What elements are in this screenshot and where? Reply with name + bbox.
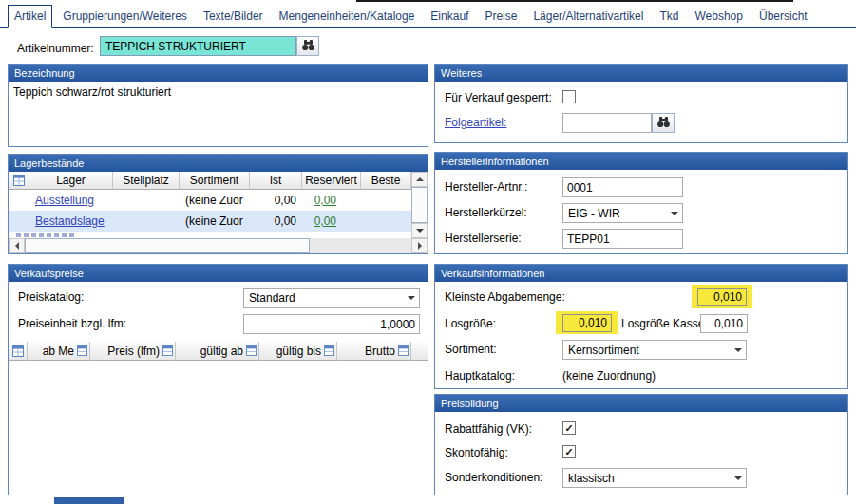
preisbildung-panel-title: Preisbildung [435, 395, 847, 412]
weiteres-panel-title: Weiteres [435, 65, 847, 82]
rabattfaehig-label: Rabattfähig (VK): [445, 422, 532, 436]
column-header-ab-menge[interactable]: ab Me [28, 342, 90, 361]
clipped-stock-row[interactable] [9, 232, 411, 238]
horizontal-scroll-thumb[interactable] [25, 238, 310, 253]
warehouse-link[interactable]: Bestandslage [35, 215, 105, 228]
stock-row[interactable]: Ausstellung (keine Zuor 0,00 0,00 [9, 190, 411, 211]
arrow-left-icon [15, 242, 19, 250]
losgroesse-kasse-input[interactable] [700, 314, 748, 333]
chevron-down-icon[interactable] [731, 341, 746, 359]
column-menu-icon[interactable] [162, 345, 173, 356]
column-header-lager[interactable]: Lager [29, 172, 113, 190]
sortiment-label: Sortiment: [445, 343, 497, 356]
preisbildung-panel: Preisbildung Rabattfähig (VK): ✓ Skontof… [434, 394, 848, 495]
scroll-right-button[interactable] [411, 238, 428, 253]
stock-row[interactable]: Bestandslage (keine Zuor 0,00 0,00 [9, 211, 411, 232]
scroll-left-button[interactable] [9, 238, 25, 253]
tab-laeger-alternativartikel[interactable]: Läger/Alternativartikel [527, 6, 649, 27]
tab-tkd[interactable]: Tkd [654, 6, 684, 27]
tab-preise[interactable]: Preise [479, 6, 523, 27]
tab-mengeneinheiten-kataloge[interactable]: Mengeneinheiten/Kataloge [274, 6, 421, 27]
lagerbestaende-panel: Lagerbestände Lager Stellplatz Sortiment… [8, 154, 428, 254]
column-header-gueltig-bis[interactable]: gültig bis [259, 342, 337, 361]
cell-beste [361, 190, 411, 211]
column-header-sortiment[interactable]: Sortiment [180, 172, 250, 190]
tab-einkauf[interactable]: Einkauf [425, 6, 474, 27]
vertical-scroll-thumb[interactable] [411, 187, 428, 223]
stock-grid-vertical-scrollbar[interactable] [411, 172, 428, 238]
arrow-right-icon [418, 242, 422, 250]
chevron-down-icon[interactable] [667, 204, 682, 222]
column-menu-icon[interactable] [324, 345, 334, 356]
chevron-down-icon[interactable] [731, 469, 746, 487]
tab-artikel[interactable]: Artikel [8, 5, 52, 28]
scroll-down-button[interactable] [411, 223, 428, 238]
herstellerkuerzel-label: Herstellerkürzel: [445, 206, 527, 219]
tab-uebersicht[interactable]: Übersicht [753, 6, 813, 27]
skontofaehig-checkbox[interactable]: ✓ [562, 445, 576, 458]
hauptkatalog-label: Hauptkatalog: [445, 369, 515, 383]
herstellerinformationen-panel-title: Herstellerinformationen [435, 153, 847, 170]
bezeichnung-textarea[interactable]: Teppich schwarz/rot strukturiert [9, 82, 428, 146]
preiskatalog-select[interactable]: Standard [243, 288, 420, 308]
lagerbestaende-panel-title: Lagerbestände [9, 155, 428, 172]
cell-ist: 0,00 [250, 190, 302, 211]
folgeartikel-input[interactable] [562, 113, 652, 133]
herstellerserie-input[interactable] [562, 229, 683, 249]
column-menu-icon[interactable] [77, 345, 87, 356]
reserved-value-link[interactable]: 0,00 [314, 215, 336, 228]
column-menu-icon[interactable] [246, 345, 257, 356]
rabattfaehig-checkbox[interactable]: ✓ [562, 421, 576, 435]
article-number-input[interactable] [100, 36, 296, 56]
cell-sortiment: (keine Zuor [180, 190, 250, 211]
column-label: gültig ab [200, 345, 243, 358]
sortiment-select[interactable]: Kernsortiment [562, 340, 747, 360]
stock-grid-horizontal-scrollbar[interactable] [9, 238, 428, 253]
sonderkonditionen-select[interactable]: klassisch [562, 468, 747, 488]
scroll-up-button[interactable] [411, 172, 428, 187]
column-header-brutto[interactable]: Brutto [337, 342, 411, 361]
clipped-window-edge-top [356, 0, 793, 2]
column-label: gültig bis [276, 345, 321, 358]
herstellerkuerzel-select[interactable]: EIG - WIR [562, 203, 683, 223]
tab-texte-bilder[interactable]: Texte/Bilder [198, 6, 269, 27]
chevron-down-icon[interactable] [404, 289, 419, 307]
tab-webshop[interactable]: Webshop [689, 6, 748, 27]
skontofaehig-label: Skontofähig: [445, 446, 508, 459]
binoculars-icon [656, 116, 671, 131]
verkaufsinformationen-panel-title: Verkaufsinformationen [435, 265, 847, 282]
column-header-reserviert[interactable]: Reserviert [302, 172, 361, 190]
preiseinheit-input[interactable] [243, 314, 420, 334]
column-header-beste[interactable]: Beste [361, 172, 411, 190]
column-menu-icon[interactable] [398, 345, 409, 356]
herstellerkuerzel-value: EIG - WIR [563, 207, 667, 220]
abgabemenge-highlight [692, 285, 752, 308]
cell-reserviert: 0,00 [302, 190, 361, 211]
grid-settings-icon[interactable] [9, 172, 29, 190]
tab-gruppierungen-weiteres[interactable]: Gruppierungen/Weiteres [57, 6, 193, 27]
folgeartikel-search-button[interactable] [652, 113, 675, 133]
hersteller-artnr-input[interactable] [562, 177, 683, 197]
verkaufspreise-panel: Verkaufspreise Preiskatalog: Standard Pr… [8, 264, 428, 495]
article-search-button[interactable] [296, 36, 319, 56]
column-header-preis-lfm[interactable]: Preis (lfm) [90, 342, 176, 361]
hauptkatalog-value: (keine Zuordnung) [562, 369, 656, 383]
losgroesse-kasse-label: Losgröße Kasse: [621, 317, 708, 330]
reserved-value-link[interactable]: 0,00 [314, 194, 336, 207]
cell-reserviert: 0,00 [302, 211, 361, 232]
warehouse-link[interactable]: Ausstellung [35, 194, 94, 207]
verkauf-gesperrt-checkbox[interactable] [562, 90, 576, 103]
kleinste-abgabemenge-input[interactable] [697, 288, 747, 306]
column-header-gueltig-ab[interactable]: gültig ab [176, 342, 259, 361]
losgroesse-input[interactable] [562, 314, 612, 332]
column-label: Preis (lfm) [107, 345, 160, 358]
grid-settings-icon[interactable] [9, 342, 28, 361]
bezeichnung-panel: Bezeichnung Teppich schwarz/rot struktur… [8, 64, 428, 147]
preiskatalog-label: Preiskatalog: [18, 290, 84, 304]
column-header-stellplatz[interactable]: Stellplatz [113, 172, 180, 190]
sortiment-value: Kernsortiment [563, 344, 731, 357]
folgeartikel-link[interactable]: Folgeartikel: [445, 116, 506, 129]
column-header-ist[interactable]: Ist [250, 172, 302, 190]
row-selector-cell [9, 211, 29, 232]
arrow-up-icon [416, 177, 424, 181]
